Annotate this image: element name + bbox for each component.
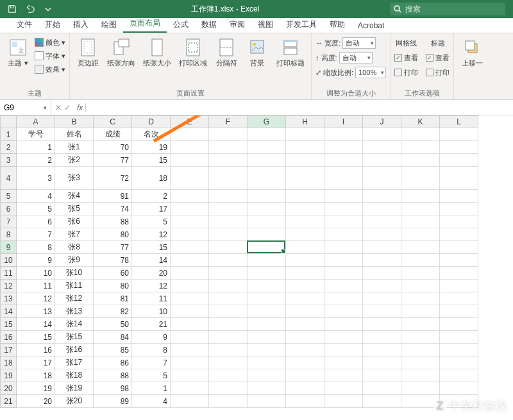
cell[interactable]: 姓名 [55, 128, 94, 141]
cell[interactable]: 张19 [55, 382, 94, 395]
cell[interactable]: 12 [132, 228, 171, 241]
cell[interactable] [248, 167, 286, 190]
cell[interactable]: 张3 [55, 167, 94, 190]
cell[interactable]: 张4 [55, 190, 94, 203]
cell[interactable]: 17 [17, 357, 55, 369]
cell[interactable] [286, 357, 324, 369]
cell[interactable]: 89 [94, 395, 132, 408]
cell[interactable] [209, 154, 248, 167]
column-header[interactable]: C [94, 115, 132, 128]
scale-height-dropdown[interactable]: 自动 [339, 52, 373, 63]
fx-icon[interactable]: fx [74, 103, 86, 112]
cell[interactable] [209, 331, 248, 344]
cell[interactable]: 张2 [55, 154, 94, 167]
cell[interactable]: 张15 [55, 331, 94, 344]
cell[interactable] [171, 228, 209, 241]
cell[interactable]: 19 [132, 141, 171, 154]
tab-开发工具[interactable]: 开发工具 [280, 17, 323, 33]
select-all-triangle[interactable] [0, 115, 17, 128]
cell[interactable]: 4 [17, 190, 55, 203]
cell[interactable] [401, 154, 440, 167]
cell[interactable] [209, 318, 248, 331]
cell[interactable] [401, 357, 440, 369]
cell[interactable] [440, 167, 478, 190]
cell[interactable] [401, 203, 440, 215]
row-header[interactable]: 19 [0, 369, 17, 382]
cell[interactable]: 85 [94, 344, 132, 357]
cell[interactable] [440, 228, 478, 241]
tab-审阅[interactable]: 审阅 [223, 17, 251, 33]
cell[interactable] [171, 357, 209, 369]
themes-button[interactable]: 文 主题 ▾ [4, 36, 32, 69]
tab-文件[interactable]: 文件 [10, 17, 38, 33]
print-area-button[interactable]: 打印区域 [176, 36, 210, 69]
cell[interactable]: 86 [94, 357, 132, 369]
cell[interactable]: 张6 [55, 215, 94, 228]
row-header[interactable]: 5 [0, 190, 17, 203]
cell[interactable] [286, 154, 324, 167]
cell[interactable] [440, 292, 478, 305]
cell[interactable] [440, 357, 478, 369]
scale-width-dropdown[interactable]: 自动 [342, 37, 376, 49]
cell[interactable]: 10 [17, 267, 55, 280]
cell[interactable]: 10 [132, 305, 171, 318]
cell[interactable] [363, 141, 401, 154]
cell[interactable] [286, 331, 324, 344]
cell[interactable]: 20 [17, 395, 55, 408]
cell[interactable] [440, 241, 478, 254]
cell[interactable] [248, 128, 286, 141]
tab-视图[interactable]: 视图 [251, 17, 280, 33]
cell[interactable]: 8 [17, 241, 55, 254]
cell[interactable] [324, 215, 363, 228]
cell[interactable] [363, 203, 401, 215]
cell[interactable] [286, 203, 324, 215]
cell[interactable]: 88 [94, 369, 132, 382]
cell[interactable] [171, 280, 209, 292]
cell[interactable] [171, 344, 209, 357]
enter-formula-icon[interactable]: ✓ [64, 103, 71, 112]
cell[interactable] [324, 318, 363, 331]
cell[interactable] [209, 344, 248, 357]
cell[interactable] [324, 344, 363, 357]
cell[interactable] [286, 167, 324, 190]
row-header[interactable]: 4 [0, 167, 17, 190]
row-header[interactable]: 12 [0, 280, 17, 292]
cell[interactable]: 张16 [55, 344, 94, 357]
cell[interactable] [324, 280, 363, 292]
cell[interactable] [440, 267, 478, 280]
cell[interactable]: 张10 [55, 267, 94, 280]
cell[interactable] [209, 141, 248, 154]
cell[interactable]: 18 [17, 369, 55, 382]
row-header[interactable]: 8 [0, 228, 17, 241]
cell[interactable] [401, 128, 440, 141]
cell[interactable] [363, 357, 401, 369]
background-button[interactable]: 背景 [243, 36, 271, 69]
cell[interactable]: 13 [17, 305, 55, 318]
column-header[interactable]: H [286, 115, 324, 128]
cell[interactable]: 11 [132, 292, 171, 305]
cell[interactable] [363, 190, 401, 203]
tab-绘图[interactable]: 绘图 [95, 17, 123, 33]
cell[interactable]: 12 [132, 280, 171, 292]
cell[interactable]: 11 [17, 280, 55, 292]
search-box[interactable]: 搜索 [390, 3, 505, 15]
cell[interactable] [401, 167, 440, 190]
cell[interactable] [209, 395, 248, 408]
cell[interactable] [248, 292, 286, 305]
row-header[interactable]: 14 [0, 305, 17, 318]
row-header[interactable]: 1 [0, 128, 17, 141]
cell[interactable] [286, 228, 324, 241]
cell[interactable] [209, 267, 248, 280]
cell[interactable] [440, 369, 478, 382]
headings-view-checkbox[interactable]: ✓查看 [426, 51, 450, 65]
cell[interactable]: 80 [94, 228, 132, 241]
cell[interactable] [171, 154, 209, 167]
cell[interactable] [248, 395, 286, 408]
cell[interactable] [363, 128, 401, 141]
cell[interactable] [286, 318, 324, 331]
cell[interactable] [248, 254, 286, 267]
cell[interactable]: 5 [132, 369, 171, 382]
cell[interactable] [440, 331, 478, 344]
cancel-formula-icon[interactable]: ✕ [55, 103, 62, 112]
cell[interactable] [209, 280, 248, 292]
